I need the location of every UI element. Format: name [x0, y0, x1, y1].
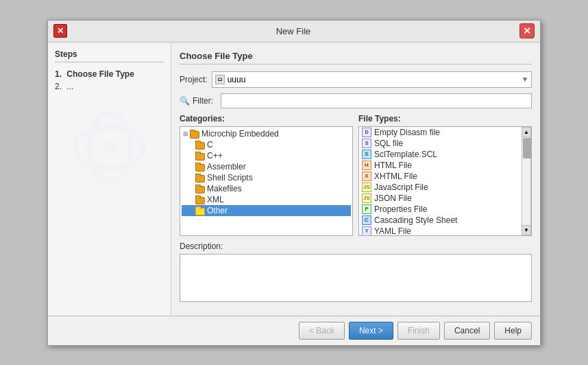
filetype-item[interactable]: Y YAML File: [359, 226, 522, 235]
filetype-label: SQL file: [374, 139, 403, 148]
file-type-icon: S: [362, 139, 371, 148]
tree-item-label: XML: [207, 195, 224, 204]
tree-item-xml[interactable]: XML: [182, 194, 351, 205]
dialog-footer: < Back Next > Finish Cancel Help: [48, 316, 540, 345]
filetypes-scrollbar[interactable]: ▲ ▼: [522, 127, 531, 235]
tree-item-label: Assembler: [207, 162, 246, 172]
folder-icon: [195, 196, 205, 204]
tree-item-microchip[interactable]: ⊞ Microchip Embedded: [182, 128, 351, 139]
title-bar-left: ✕: [53, 24, 67, 38]
close-button[interactable]: ✕: [519, 23, 535, 38]
filetype-item[interactable]: D Empty Disasm file: [359, 127, 522, 138]
step-1-label: Choose File Type: [66, 69, 134, 79]
folder-icon: [195, 163, 205, 171]
dropdown-arrow-icon: ▼: [522, 75, 528, 83]
filter-input[interactable]: [221, 93, 532, 108]
tree-item-c[interactable]: C: [182, 139, 351, 150]
step-2-label: ...: [66, 82, 73, 91]
tree-item-label: C: [207, 140, 213, 150]
steps-title: Steps: [55, 49, 164, 62]
file-type-icon: C: [362, 215, 371, 225]
filetypes-label: File Types:: [358, 114, 532, 123]
project-dropdown[interactable]: 🗂 uuuu ▼: [212, 71, 532, 88]
filetype-label: Cascading Style Sheet: [374, 215, 457, 225]
description-box: [180, 254, 532, 302]
file-type-icon: X: [362, 172, 371, 181]
cancel-button[interactable]: Cancel: [444, 322, 490, 340]
tree-item-other[interactable]: Other: [182, 205, 351, 216]
folder-icon: [195, 207, 205, 215]
help-button[interactable]: Help: [494, 322, 532, 340]
folder-icon: [195, 174, 205, 182]
tree-item-label: Makefiles: [207, 184, 242, 193]
new-file-dialog: ✕ New File ✕ Steps 1. Choose File Type 2…: [47, 20, 541, 346]
tree-item-label: C++: [207, 151, 223, 161]
filetype-item[interactable]: JS JSON File: [359, 193, 522, 204]
filter-label: 🔍 Filter:: [180, 96, 221, 106]
file-type-icon: H: [362, 161, 371, 170]
filetype-item[interactable]: C Cascading Style Sheet: [359, 215, 522, 226]
step-2: 2. ...: [55, 80, 164, 93]
tree-item-cpp[interactable]: C++: [182, 150, 351, 161]
file-type-icon: P: [362, 204, 371, 214]
filetype-label: JSON File: [374, 193, 412, 203]
filetype-label: HTML File: [374, 161, 412, 170]
svg-point-2: [103, 141, 117, 154]
title-bar-right: ✕: [519, 23, 535, 38]
description-label: Description:: [180, 242, 532, 251]
filetype-item[interactable]: H HTML File: [359, 160, 522, 171]
filetype-item[interactable]: S SclTemplate.SCL: [359, 149, 522, 160]
expand-icon: ⊞: [183, 130, 188, 137]
filter-label-text: Filter:: [193, 96, 213, 106]
scroll-track: [522, 137, 530, 225]
scroll-down-button[interactable]: ▼: [522, 225, 530, 235]
file-type-icon: S: [362, 150, 371, 159]
file-type-icon: Y: [362, 226, 371, 235]
filetype-label: XHTML File: [374, 172, 417, 181]
step-1-number: 1.: [55, 69, 62, 79]
categories-label: Categories:: [180, 114, 353, 123]
dialog-body: Steps 1. Choose File Type 2. ... Choose …: [48, 43, 540, 316]
folder-icon: [195, 152, 205, 160]
scroll-thumb[interactable]: [523, 138, 531, 158]
scroll-up-button[interactable]: ▲: [522, 128, 530, 137]
tree-item-shell[interactable]: Shell Scripts: [182, 172, 351, 183]
section-title: Choose File Type: [180, 51, 532, 64]
project-value: uuuu: [228, 75, 522, 84]
filetype-label: Properties File: [374, 204, 427, 214]
project-label: Project:: [180, 75, 208, 84]
filetypes-panel: File Types: D Empty Disasm file S SQL fi…: [358, 114, 532, 236]
file-type-icon: JS: [362, 182, 371, 192]
filetype-label: SclTemplate.SCL: [374, 150, 437, 159]
filetype-item[interactable]: X XHTML File: [359, 171, 522, 182]
tree-item-make[interactable]: Makefiles: [182, 183, 351, 194]
finish-button[interactable]: Finish: [397, 322, 440, 340]
next-button[interactable]: Next >: [349, 322, 393, 340]
folder-icon: [195, 141, 205, 149]
filetype-label: Empty Disasm file: [374, 128, 440, 137]
filetype-item[interactable]: JS JavaScript File: [359, 182, 522, 193]
filetype-item[interactable]: P Properties File: [359, 204, 522, 215]
file-type-icon: D: [362, 128, 371, 137]
tree-item-assembler[interactable]: Assembler: [182, 161, 351, 172]
filetype-label: JavaScript File: [374, 182, 428, 192]
categories-tree[interactable]: ⊞ Microchip Embedded C C++: [180, 126, 353, 236]
close-icon-left[interactable]: ✕: [53, 24, 67, 38]
file-type-icon: JS: [362, 193, 371, 203]
tree-item-label: Shell Scripts: [207, 173, 253, 182]
filetype-label: YAML File: [374, 226, 411, 235]
tree-item-label: Other: [207, 206, 228, 215]
filetypes-list[interactable]: D Empty Disasm file S SQL file S SclTemp…: [359, 127, 522, 235]
folder-icon: [195, 185, 205, 193]
filetype-item[interactable]: S SQL file: [359, 138, 522, 149]
steps-panel: Steps 1. Choose File Type 2. ...: [48, 43, 171, 316]
tree-item-label: Microchip Embedded: [201, 129, 279, 139]
step-2-number: 2.: [55, 82, 62, 91]
filter-row: 🔍 Filter:: [180, 93, 532, 108]
title-bar: ✕ New File ✕: [48, 21, 540, 43]
search-icon: 🔍: [180, 96, 190, 106]
back-button[interactable]: < Back: [299, 322, 345, 340]
project-icon: 🗂: [215, 75, 225, 84]
main-panel: Choose File Type Project: 🗂 uuuu ▼ 🔍 Fil…: [171, 43, 540, 316]
project-row: Project: 🗂 uuuu ▼: [180, 71, 532, 88]
